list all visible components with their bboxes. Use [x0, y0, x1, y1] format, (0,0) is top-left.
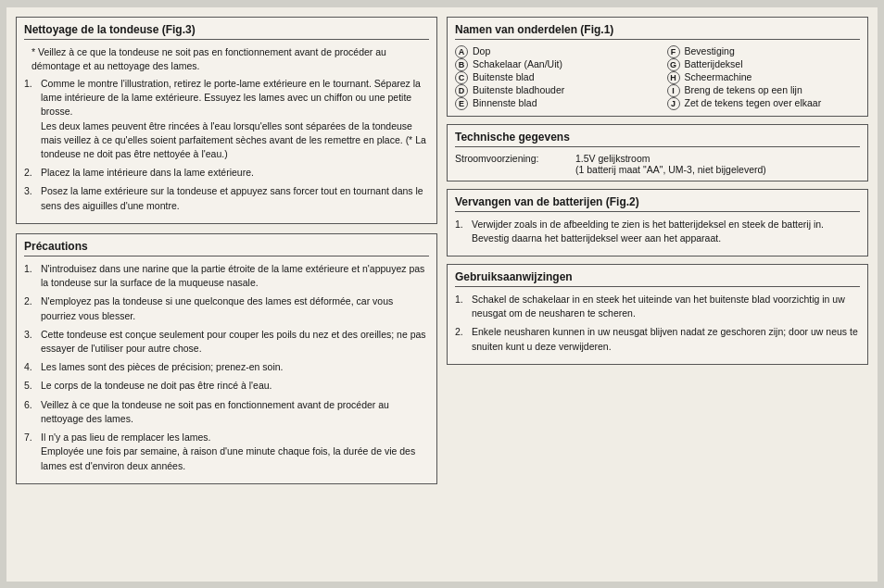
precaution-text-4: Les lames sont des pièces de précision; … [41, 360, 283, 374]
nettoyage-num-2: 2. [24, 166, 37, 180]
nettoyage-intro: * Veillez à ce que la tondeuse ne soit p… [24, 45, 429, 73]
section-precautions: Précautions 1. N'introduisez dans une na… [16, 233, 437, 484]
part-name-j: Zet de tekens tegen over elkaar [685, 97, 822, 108]
section-nettoyage-title: Nettoyage de la tondeuse (Fig.3) [24, 23, 429, 40]
part-item-j: J Zet de tekens tegen over elkaar [667, 97, 861, 110]
nettoyage-text-2: Placez la lame intérieure dans la lame e… [41, 166, 254, 180]
precaution-num-2: 2. [24, 294, 37, 322]
vervangen-text-1: Verwijder zoals in de afbeelding te zien… [472, 218, 860, 245]
gebruiks-num-2: 2. [455, 325, 468, 353]
section-technische-title: Technische gegevens [455, 131, 860, 147]
part-item-i: I Breng de tekens op een lijn [667, 84, 861, 97]
precaution-item-2: 2. N'employez pas la tondeuse si une que… [24, 294, 429, 322]
section-gebruiks-content: 1. Schakel de schakelaar in en steek het… [455, 293, 860, 354]
nettoyage-item-1: 1. Comme le montre l'illustration, retir… [24, 77, 429, 161]
part-name-a: Dop [473, 45, 490, 56]
part-name-f: Bevestiging [685, 45, 735, 56]
left-column: Nettoyage de la tondeuse (Fig.3) * Veill… [16, 17, 437, 572]
parts-col-left: A Dop B Schakelaar (Aan/Uit) C Buitenste… [455, 45, 649, 110]
tech-row: Stroomvoorziening: 1.5V gelijkstroom (1 … [455, 153, 860, 175]
gebruiks-text-1: Schakel de schakelaar in en steek het ui… [472, 293, 860, 320]
tech-value: 1.5V gelijkstroom (1 batterij maat "AA",… [575, 153, 766, 175]
part-item-e: E Binnenste blad [455, 97, 649, 110]
precaution-item-6: 6. Veillez à ce que la tondeuse ne soit … [24, 398, 429, 426]
part-item-a: A Dop [455, 45, 649, 58]
precaution-item-7: 7. Il n'y a pas lieu de remplacer les la… [24, 431, 429, 473]
part-letter-f: F [667, 45, 680, 58]
right-column: Namen van onderdelen (Fig.1) A Dop B Sch… [447, 17, 868, 572]
part-name-b: Schakelaar (Aan/Uit) [473, 58, 562, 69]
part-letter-h: H [667, 71, 680, 84]
section-vervangen: Vervangen van de batterijen (Fig.2) 1. V… [447, 189, 868, 256]
part-item-f: F Bevestiging [667, 45, 861, 58]
part-letter-b: B [455, 58, 468, 71]
section-nettoyage-content: * Veillez à ce que la tondeuse ne soit p… [24, 45, 429, 213]
section-nettoyage: Nettoyage de la tondeuse (Fig.3) * Veill… [16, 17, 437, 224]
section-namen: Namen van onderdelen (Fig.1) A Dop B Sch… [447, 17, 868, 117]
vervangen-item-1: 1. Verwijder zoals in de afbeelding te z… [455, 218, 860, 245]
gebruiks-item-2: 2. Enkele neusharen kunnen in uw neusgat… [455, 325, 860, 353]
precaution-item-1: 1. N'introduisez dans une narine que la … [24, 262, 429, 290]
section-gebruiks-title: Gebruiksaanwijzingen [455, 270, 860, 287]
section-precautions-title: Précautions [24, 240, 429, 256]
part-item-h: H Scheermachine [667, 71, 861, 84]
precaution-text-6: Veillez à ce que la tondeuse ne soit pas… [41, 398, 429, 426]
section-gebruiks: Gebruiksaanwijzingen 1. Schakel de schak… [447, 264, 868, 365]
part-item-b: B Schakelaar (Aan/Uit) [455, 58, 649, 71]
part-name-d: Buitenste bladhouder [473, 84, 564, 95]
nettoyage-num-3: 3. [24, 184, 37, 212]
part-letter-i: I [667, 84, 680, 97]
precaution-num-6: 6. [24, 398, 37, 426]
parts-grid: A Dop B Schakelaar (Aan/Uit) C Buitenste… [455, 45, 860, 110]
section-technische: Technische gegevens Stroomvoorziening: 1… [447, 124, 868, 181]
precaution-num-1: 1. [24, 262, 37, 290]
nettoyage-num-1: 1. [24, 77, 37, 161]
nettoyage-item-3: 3. Posez la lame extérieure sur la tonde… [24, 184, 429, 212]
nettoyage-text-3: Posez la lame extérieure sur la tondeuse… [41, 184, 429, 212]
section-namen-title: Namen van onderdelen (Fig.1) [455, 23, 860, 40]
tech-label: Stroomvoorziening: [455, 153, 566, 175]
part-item-c: C Buitenste blad [455, 71, 649, 84]
precaution-item-4: 4. Les lames sont des pièces de précisio… [24, 360, 429, 374]
section-vervangen-title: Vervangen van de batterijen (Fig.2) [455, 195, 860, 212]
precaution-text-1: N'introduisez dans une narine que la par… [41, 262, 429, 290]
gebruiks-num-1: 1. [455, 293, 468, 320]
gebruiks-text-2: Enkele neusharen kunnen in uw neusgat bl… [472, 325, 860, 353]
part-letter-c: C [455, 71, 468, 84]
precaution-num-5: 5. [24, 379, 37, 393]
section-vervangen-content: 1. Verwijder zoals in de afbeelding te z… [455, 218, 860, 245]
section-precautions-content: 1. N'introduisez dans une narine que la … [24, 262, 429, 473]
precaution-text-2: N'employez pas la tondeuse si une quelco… [41, 294, 429, 322]
nettoyage-text-1: Comme le montre l'illustration, retirez … [41, 77, 429, 161]
vervangen-num-1: 1. [455, 218, 468, 245]
part-item-g: G Batterijdeksel [667, 58, 861, 71]
precaution-num-3: 3. [24, 328, 37, 356]
part-letter-e: E [455, 97, 468, 110]
part-item-d: D Buitenste bladhouder [455, 84, 649, 97]
parts-col-right: F Bevestiging G Batterijdeksel H Scheerm… [667, 45, 861, 110]
part-letter-a: A [455, 45, 468, 58]
part-name-c: Buitenste blad [473, 71, 535, 82]
part-name-e: Binnenste blad [473, 97, 537, 108]
precaution-text-3: Cette tondeuse est conçue seulement pour… [41, 328, 429, 356]
part-name-g: Batterijdeksel [685, 58, 743, 69]
precaution-num-4: 4. [24, 360, 37, 374]
part-letter-d: D [455, 84, 468, 97]
nettoyage-item-2: 2. Placez la lame intérieure dans la lam… [24, 166, 429, 180]
precaution-text-5: Le corps de la tondeuse ne doit pas être… [41, 379, 272, 393]
part-letter-j: J [667, 97, 680, 110]
precaution-item-5: 5. Le corps de la tondeuse ne doit pas ê… [24, 379, 429, 393]
page-container: Nettoyage de la tondeuse (Fig.3) * Veill… [6, 7, 878, 582]
precaution-item-3: 3. Cette tondeuse est conçue seulement p… [24, 328, 429, 356]
part-name-i: Breng de tekens op een lijn [685, 84, 802, 95]
gebruiks-item-1: 1. Schakel de schakelaar in en steek het… [455, 293, 860, 320]
precaution-num-7: 7. [24, 431, 37, 473]
part-letter-g: G [667, 58, 680, 71]
precaution-text-7: Il n'y a pas lieu de remplacer les lames… [41, 431, 429, 473]
part-name-h: Scheermachine [685, 71, 752, 82]
